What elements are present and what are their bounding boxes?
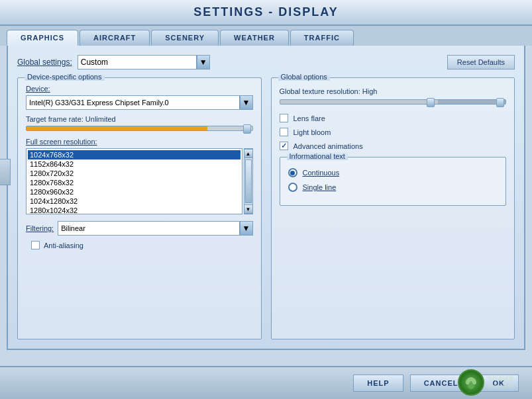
light-bloom-label: Light bloom (293, 128, 331, 136)
radio-continuous: Continuous (288, 168, 498, 177)
filter-arrow-icon[interactable]: ▼ (240, 221, 253, 236)
watermark-text: 飞行者联盟China Flier (487, 375, 513, 390)
light-bloom-checkbox[interactable] (280, 128, 288, 136)
radio-continuous-label: Continuous (303, 169, 340, 177)
frame-rate-slider[interactable] (26, 126, 253, 131)
filtering-label: Filtering: (26, 224, 54, 232)
resolution-scrollbar[interactable]: ▲ ▼ (244, 148, 253, 214)
advanced-anim-row: ✓ Advanced animations (280, 142, 507, 150)
watermark-logo (458, 369, 484, 396)
info-panel-title: Informational text (287, 152, 348, 160)
resolution-list-wrapper: 1024x768x32 1152x864x32 1280x720x32 1280… (26, 148, 253, 214)
arrow-down-icon: ▼ (242, 224, 250, 233)
filter-select[interactable]: Bilinear (58, 221, 239, 236)
frame-rate-thumb[interactable] (243, 124, 251, 134)
device-select[interactable]: Intel(R) G33/G31 Express Chipset Family.… (26, 95, 240, 110)
list-item[interactable]: 1024x1280x32 (28, 197, 240, 206)
left-side-tab (0, 159, 11, 185)
list-item[interactable]: 1280x1024x32 (28, 206, 240, 214)
tab-strip: GRAPHICS AIRCRAFT SCENERY WEATHER TRAFFI… (0, 26, 532, 46)
advanced-anim-label: Advanced animations (293, 142, 363, 150)
arrow-down-icon: ▼ (242, 98, 250, 107)
radio-continuous-button[interactable] (288, 168, 297, 177)
bottom-bar: HELP CANCEL OK 飞行者联盟China Flier (0, 366, 532, 399)
radio-single-line-button[interactable] (288, 183, 297, 192)
list-item[interactable]: 1024x768x32 (28, 150, 240, 159)
global-panel: Global options Global texture resolution… (271, 77, 515, 339)
title-text: SETTINGS - DISPLAY (193, 5, 338, 19)
texture-label: Global texture resolution: High (280, 87, 507, 95)
light-bloom-row: Light bloom (280, 128, 507, 136)
texture-slider-thumb[interactable] (427, 98, 435, 107)
scroll-down-button[interactable]: ▼ (244, 204, 253, 214)
antialias-checkbox[interactable] (31, 241, 40, 249)
global-settings-row: Global settings: Custom ▼ Reset Defaults (17, 55, 515, 69)
lens-flare-checkbox[interactable] (280, 114, 288, 122)
resolution-label: Full screen resolution: (26, 138, 253, 146)
device-dropdown[interactable]: Intel(R) G33/G31 Express Chipset Family.… (26, 95, 253, 110)
title-bar: SETTINGS - DISPLAY (0, 0, 532, 26)
scroll-up-button[interactable]: ▲ (244, 149, 253, 158)
tab-graphics[interactable]: GRAPHICS (7, 30, 78, 46)
reset-defaults-button[interactable]: Reset Defaults (447, 55, 515, 69)
lens-flare-label: Lens flare (293, 114, 325, 122)
resolution-list[interactable]: 1024x768x32 1152x864x32 1280x720x32 1280… (26, 148, 242, 214)
radio-continuous-inner (290, 171, 295, 175)
global-settings-label: Global settings: (17, 58, 72, 67)
tab-weather[interactable]: WEATHER (220, 30, 289, 46)
global-panel-title: Global options (278, 73, 330, 81)
arrow-down-icon: ▼ (199, 58, 207, 67)
tab-aircraft[interactable]: AIRCRAFT (80, 30, 150, 46)
device-arrow-icon[interactable]: ▼ (240, 95, 253, 110)
device-label: Device: (26, 85, 253, 93)
filter-row: Filtering: Bilinear ▼ (26, 221, 253, 236)
two-column-layout: Device-specific options Device: Intel(R)… (17, 77, 515, 339)
check-rows: Lens flare Light bloom ✓ Advanced animat… (280, 114, 507, 150)
list-item[interactable]: 1152x864x32 (28, 159, 240, 169)
radio-single-line-label: Single line (303, 183, 337, 191)
antialias-label: Anti-aliasing (44, 242, 83, 249)
global-settings-select[interactable]: Custom (78, 55, 197, 69)
global-settings-dropdown[interactable]: Custom ▼ (78, 55, 210, 69)
advanced-anim-checkbox[interactable]: ✓ (280, 142, 288, 150)
global-settings-left: Global settings: Custom ▼ (17, 55, 210, 69)
frame-rate-label: Target frame rate: Unlimited (26, 115, 253, 123)
watermark: 飞行者联盟China Flier (446, 369, 525, 396)
tab-scenery[interactable]: SCENERY (151, 30, 219, 46)
list-item[interactable]: 1280x720x32 (28, 169, 240, 178)
global-settings-arrow[interactable]: ▼ (197, 55, 210, 69)
lens-flare-row: Lens flare (280, 114, 507, 122)
help-button[interactable]: HELP (353, 375, 403, 392)
antialias-row: Anti-aliasing (31, 241, 253, 249)
tab-traffic[interactable]: TRAFFIC (290, 30, 354, 46)
texture-slider-end (496, 98, 504, 107)
scroll-thumb[interactable] (245, 159, 252, 203)
texture-slider[interactable] (280, 99, 507, 105)
main-content: Global settings: Custom ▼ Reset Defaults… (7, 46, 525, 350)
device-panel: Device-specific options Device: Intel(R)… (17, 77, 262, 339)
list-item[interactable]: 1280x768x32 (28, 178, 240, 187)
radio-single-line: Single line (288, 183, 498, 192)
device-panel-title: Device-specific options (25, 73, 105, 81)
list-item[interactable]: 1280x960x32 (28, 187, 240, 197)
filter-dropdown[interactable]: Bilinear ▼ (58, 221, 252, 236)
info-panel: Informational text Continuous Single lin… (280, 157, 507, 206)
